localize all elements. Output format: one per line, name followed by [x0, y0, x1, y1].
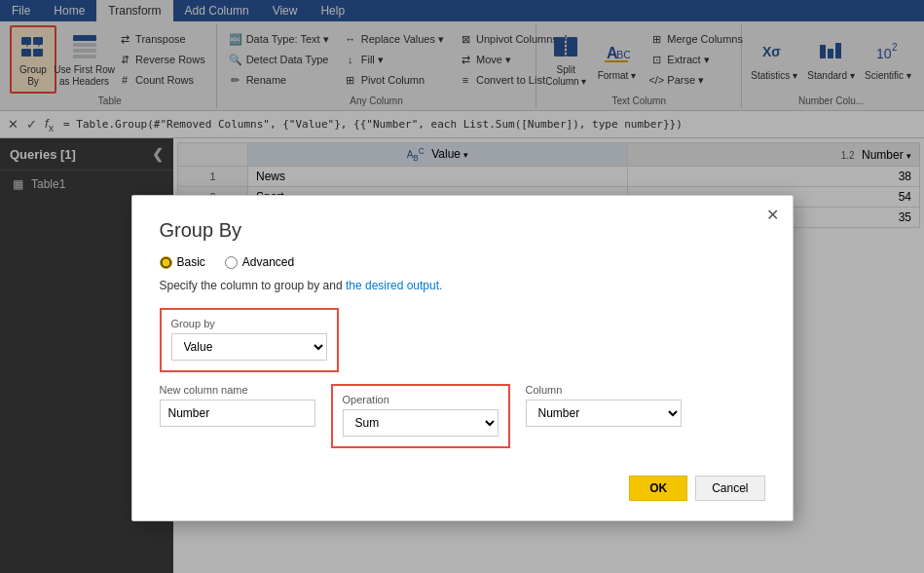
operation-box: Operation Sum Average Min Max Count Rows	[331, 384, 510, 448]
dialog-overlay: ✕ Group By Basic Advanced Specify the co…	[0, 0, 924, 573]
operation-label: Operation	[343, 394, 499, 405]
radio-advanced-label: Advanced	[242, 255, 294, 269]
dialog-title: Group By	[160, 219, 765, 242]
group-by-dialog: ✕ Group By Basic Advanced Specify the co…	[131, 195, 794, 521]
dialog-close-button[interactable]: ✕	[766, 206, 779, 224]
radio-basic-input[interactable]	[160, 256, 172, 269]
new-column-name-label: New column name	[160, 384, 315, 396]
radio-basic-label: Basic	[177, 255, 205, 269]
radio-advanced[interactable]: Advanced	[225, 255, 294, 269]
dialog-desc-highlight: the desired output.	[346, 279, 442, 292]
dialog-desc-text: Specify the column to group by and	[160, 279, 343, 292]
radio-basic[interactable]: Basic	[160, 255, 205, 269]
dialog-radio-row: Basic Advanced	[160, 255, 765, 269]
ok-button[interactable]: OK	[629, 476, 687, 501]
group-by-select[interactable]: Value Number	[171, 333, 327, 361]
column-group: Column Value Number	[526, 384, 682, 427]
new-column-name-group: New column name	[160, 384, 315, 427]
group-by-box: Group by Value Number	[160, 308, 339, 372]
new-column-name-input[interactable]	[160, 400, 315, 427]
radio-advanced-input[interactable]	[225, 256, 238, 269]
group-by-field-label: Group by	[171, 318, 327, 329]
cancel-button[interactable]: Cancel	[695, 476, 764, 501]
dialog-description: Specify the column to group by and the d…	[160, 279, 765, 292]
dialog-buttons: OK Cancel	[160, 476, 765, 501]
column-select[interactable]: Value Number	[526, 400, 682, 427]
operation-select[interactable]: Sum Average Min Max Count Rows	[343, 409, 499, 437]
column-field-label: Column	[526, 384, 682, 396]
